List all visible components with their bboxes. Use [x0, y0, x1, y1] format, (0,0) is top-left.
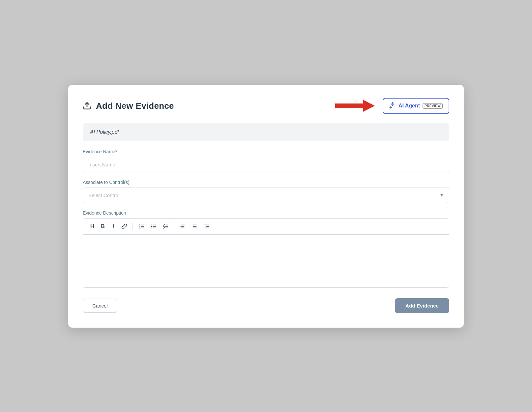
editor-toolbar: H B I: [83, 219, 449, 235]
align-left-button[interactable]: [178, 222, 188, 231]
modal-container: Add New Evidence AI Agent PREVIEW: [68, 85, 464, 328]
evidence-name-label: Evidence Name*: [83, 149, 449, 154]
sparkle-icon: [389, 102, 396, 110]
ai-agent-label: AI Agent: [399, 103, 420, 109]
file-display: AI Policy.pdf: [83, 123, 449, 141]
svg-point-14: [151, 227, 152, 228]
preview-badge: PREVIEW: [423, 103, 443, 109]
select-wrapper: Select Control ▼: [83, 188, 449, 203]
svg-text:3.: 3.: [139, 227, 141, 229]
footer-actions: Cancel Add Evidence: [83, 298, 449, 313]
modal-header: Add New Evidence AI Agent PREVIEW: [83, 98, 449, 114]
evidence-name-input[interactable]: [83, 157, 449, 172]
ordered-list-button[interactable]: 1. 2. 3.: [136, 222, 147, 231]
header-right: AI Agent PREVIEW: [335, 98, 449, 114]
associate-control-label: Associate to Control(s): [83, 180, 449, 185]
evidence-description-label: Evidence Description: [83, 210, 449, 216]
svg-point-13: [151, 226, 152, 226]
add-evidence-button[interactable]: Add Evidence: [395, 298, 449, 313]
header-left: Add New Evidence: [83, 101, 174, 111]
checklist-button[interactable]: [160, 222, 171, 231]
toolbar-divider-2: [174, 223, 175, 230]
link-button[interactable]: [119, 222, 129, 231]
associate-control-group: Associate to Control(s) Select Control ▼: [83, 180, 449, 203]
bold-button[interactable]: B: [98, 222, 107, 231]
file-name: AI Policy.pdf: [90, 129, 119, 135]
red-arrow-svg: [335, 99, 375, 113]
associate-control-select[interactable]: Select Control: [83, 188, 449, 203]
evidence-name-group: Evidence Name*: [83, 149, 449, 172]
rich-text-editor: H B I: [83, 218, 449, 288]
ai-agent-button[interactable]: AI Agent PREVIEW: [383, 98, 449, 114]
upload-icon: [83, 102, 91, 110]
align-center-button[interactable]: [190, 222, 200, 231]
align-right-button[interactable]: [201, 222, 212, 231]
editor-content-area[interactable]: [83, 235, 449, 287]
italic-button[interactable]: I: [109, 222, 118, 231]
heading-button[interactable]: H: [88, 222, 97, 231]
unordered-list-button[interactable]: [148, 222, 159, 231]
toolbar-divider-1: [133, 223, 133, 230]
arrow-indicator: [335, 99, 375, 113]
svg-marker-2: [363, 100, 375, 112]
cancel-button[interactable]: Cancel: [83, 299, 117, 313]
svg-point-12: [151, 224, 152, 225]
evidence-description-group: Evidence Description H B I: [83, 210, 449, 288]
page-title: Add New Evidence: [96, 101, 174, 111]
